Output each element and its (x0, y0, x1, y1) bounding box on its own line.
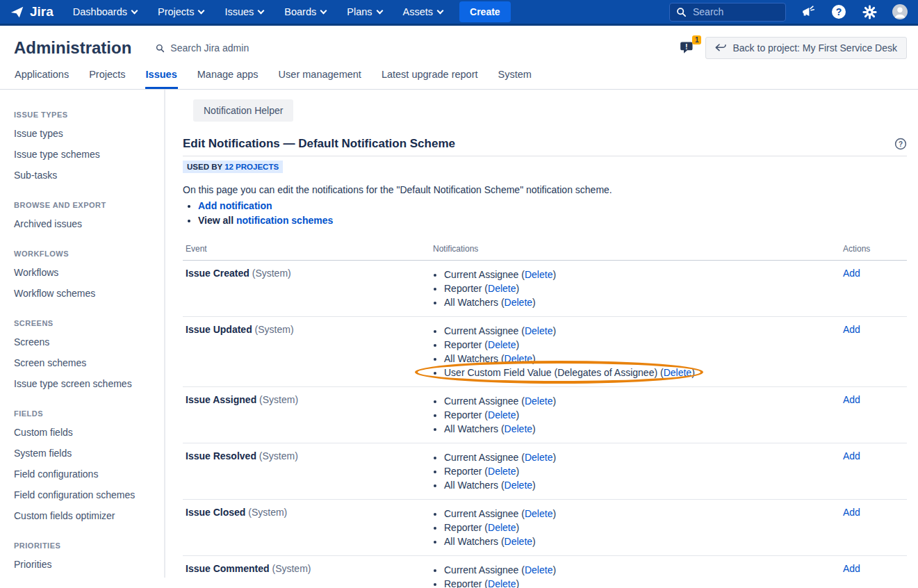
add-link[interactable]: Add (843, 507, 860, 518)
sidebar-item-field-configurations[interactable]: Field configurations (14, 469, 157, 479)
sidebar-item-archived-issues[interactable]: Archived issues (14, 219, 157, 229)
sidebar-item-issue-types[interactable]: Issue types (14, 129, 157, 138)
help-icon[interactable]: ? (830, 3, 847, 20)
nav-menu-projects[interactable]: Projects (158, 6, 204, 17)
jira-logo[interactable]: Jira (10, 4, 54, 19)
tab-applications[interactable]: Applications (14, 69, 69, 89)
delete-link[interactable]: Delete (525, 269, 552, 280)
delete-link[interactable]: Delete (505, 536, 532, 547)
tab-latest-upgrade-report[interactable]: Latest upgrade report (381, 69, 479, 89)
delete-link[interactable]: Delete (505, 480, 532, 491)
notification-schemes-link[interactable]: notification schemes (236, 215, 333, 226)
notification-helper-button[interactable]: Notification Helper (193, 99, 293, 122)
chevron-down-icon (376, 7, 383, 14)
nav-menu-assets[interactable]: Assets (403, 6, 443, 17)
delete-link[interactable]: Delete (488, 283, 516, 294)
sidebar-item-custom-fields[interactable]: Custom fields (14, 427, 157, 437)
list-item: View all notification schemes (198, 215, 907, 226)
sidebar-item-workflows[interactable]: Workflows (14, 268, 157, 277)
sidebar-item-field-configuration-schemes[interactable]: Field configuration schemes (14, 490, 157, 500)
add-link[interactable]: Add (843, 324, 860, 335)
navbar-search[interactable] (669, 3, 786, 22)
sidebar-item-system-fields[interactable]: System fields (14, 448, 157, 458)
nav-menu-plans[interactable]: Plans (347, 6, 382, 17)
nav-menu-boards[interactable]: Boards (284, 6, 326, 17)
delete-link[interactable]: Delete (664, 367, 691, 378)
admin-search[interactable] (156, 42, 273, 54)
notification-item-all-watchers: All Watchers (Delete) (444, 422, 843, 436)
sidebar-item-custom-fields-optimizer[interactable]: Custom fields optimizer (14, 511, 157, 521)
notification-close-paren: ) (516, 283, 520, 294)
sidebar-item-screens[interactable]: Screens (14, 337, 157, 347)
tab-user-management[interactable]: User management (278, 69, 362, 89)
create-button[interactable]: Create (459, 1, 511, 22)
notification-close-paren: ) (691, 367, 695, 378)
sidebar-section-issue-types: ISSUE TYPESIssue typesIssue type schemes… (14, 111, 157, 180)
delete-link[interactable]: Delete (488, 578, 516, 588)
sidebar-item-screen-schemes[interactable]: Screen schemes (14, 358, 157, 368)
delete-link[interactable]: Delete (525, 564, 552, 575)
nav-menu-issues[interactable]: Issues (224, 6, 263, 17)
tab-manage-apps[interactable]: Manage apps (197, 69, 259, 89)
admin-search-input[interactable] (169, 42, 273, 54)
sidebar-item-workflow-schemes[interactable]: Workflow schemes (14, 288, 157, 298)
tab-projects[interactable]: Projects (88, 69, 126, 89)
sidebar-item-issue-type-schemes[interactable]: Issue type schemes (14, 149, 157, 159)
delete-link[interactable]: Delete (525, 395, 552, 407)
feedback-bubble-icon[interactable]: ! 1 (679, 38, 700, 58)
chevron-down-icon (131, 7, 138, 14)
sidebar-item-issue-type-screen-schemes[interactable]: Issue type screen schemes (14, 379, 157, 389)
delete-link[interactable]: Delete (488, 522, 516, 533)
notification-close-paren: ) (516, 522, 520, 533)
notification-item-all-watchers: All Watchers (Delete) (444, 478, 843, 492)
notification-close-paren: ) (516, 339, 520, 350)
event-name: Issue Commented (186, 563, 270, 574)
avatar[interactable] (892, 3, 908, 20)
notification-item-current-assignee: Current Assignee (Delete) (444, 450, 843, 464)
add-notification-link[interactable]: Add notification (198, 200, 272, 211)
megaphone-icon[interactable] (800, 3, 817, 20)
delete-link[interactable]: Delete (488, 466, 516, 477)
delete-link[interactable]: Delete (488, 409, 516, 420)
question-circle-icon[interactable]: ? (894, 138, 907, 150)
notification-close-paren: ) (552, 325, 556, 336)
sidebar-section-browse-and-export: BROWSE AND EXPORTArchived issues (14, 201, 157, 229)
notification-item-all-watchers: All Watchers (Delete) (444, 352, 843, 366)
tab-issues[interactable]: Issues (145, 69, 178, 89)
add-link[interactable]: Add (843, 450, 860, 462)
page-heading-administration: Administration (14, 38, 131, 58)
column-header-notifications: Notifications (433, 244, 843, 254)
table-row-issue-resolved: Issue Resolved (System)Current Assignee … (183, 443, 907, 500)
list-item: Add notification (198, 200, 907, 211)
notification-name: Reporter ( (444, 466, 488, 477)
delete-link[interactable]: Delete (505, 297, 532, 308)
sidebar-item-sub-tasks[interactable]: Sub-tasks (14, 170, 157, 180)
sidebar-section-title: WORKFLOWS (14, 250, 157, 258)
actions-cell: Add (843, 507, 907, 548)
delete-link[interactable]: Delete (505, 423, 532, 434)
notifications-table: Event Notifications Actions Issue Create… (183, 240, 907, 588)
notifications-cell: Current Assignee (Delete)Reporter (Delet… (433, 450, 843, 492)
add-link[interactable]: Add (843, 268, 860, 279)
back-to-project-button[interactable]: Back to project: My First Service Desk (705, 37, 907, 59)
sidebar-item-priorities[interactable]: Priorities (14, 560, 157, 569)
page-title: Edit Notifications — Default Notificatio… (183, 137, 455, 151)
title-row: Edit Notifications — Default Notificatio… (183, 137, 907, 156)
used-by-projects-link[interactable]: 12 PROJECTS (224, 163, 279, 171)
add-link[interactable]: Add (843, 394, 860, 405)
delete-link[interactable]: Delete (505, 353, 532, 364)
column-header-event: Event (186, 244, 433, 254)
delete-link[interactable]: Delete (525, 508, 552, 519)
delete-link[interactable]: Delete (525, 452, 552, 463)
back-arrow-icon (715, 44, 726, 52)
add-link[interactable]: Add (843, 563, 860, 574)
navbar-search-input[interactable] (691, 6, 768, 18)
delete-link[interactable]: Delete (525, 325, 552, 336)
scheme-action-list: Add notification View all notification s… (183, 200, 907, 226)
notification-item-all-watchers: All Watchers (Delete) (444, 534, 843, 548)
nav-menu-dashboards[interactable]: Dashboards (73, 6, 137, 17)
delete-link[interactable]: Delete (488, 339, 516, 350)
tab-system[interactable]: System (498, 69, 532, 89)
notification-item-current-assignee: Current Assignee (Delete) (444, 324, 843, 338)
gear-icon[interactable] (861, 3, 878, 20)
